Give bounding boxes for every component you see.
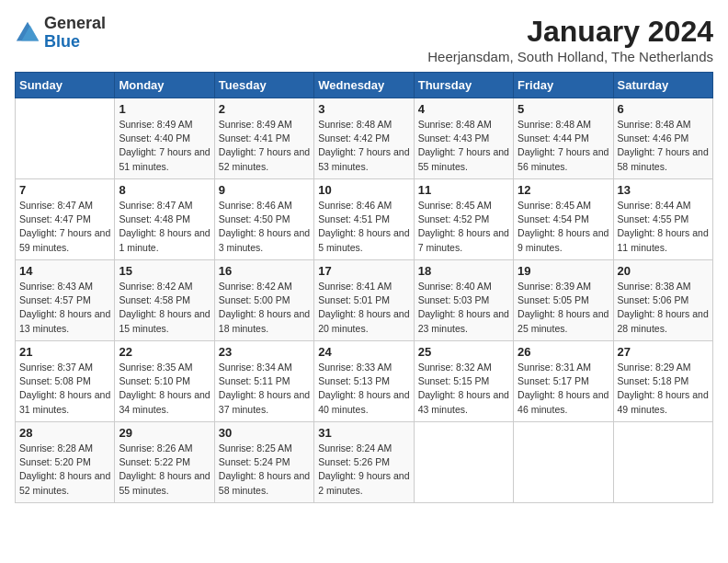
month-title: January 2024 (427, 15, 713, 49)
calendar-cell: 18Sunrise: 8:40 AM Sunset: 5:03 PM Dayli… (414, 260, 513, 341)
calendar-table: Sunday Monday Tuesday Wednesday Thursday… (15, 72, 713, 503)
day-number: 3 (318, 102, 409, 116)
day-number: 26 (518, 345, 609, 359)
day-info: Sunrise: 8:39 AM Sunset: 5:05 PM Dayligh… (518, 280, 609, 336)
calendar-cell: 9Sunrise: 8:46 AM Sunset: 4:50 PM Daylig… (214, 179, 313, 260)
day-info: Sunrise: 8:38 AM Sunset: 5:06 PM Dayligh… (618, 280, 709, 336)
day-number: 5 (518, 102, 609, 116)
calendar-cell: 7Sunrise: 8:47 AM Sunset: 4:47 PM Daylig… (16, 179, 115, 260)
day-number: 31 (318, 426, 409, 440)
day-info: Sunrise: 8:35 AM Sunset: 5:10 PM Dayligh… (119, 361, 210, 417)
calendar-cell: 12Sunrise: 8:45 AM Sunset: 4:54 PM Dayli… (514, 179, 613, 260)
day-info: Sunrise: 8:48 AM Sunset: 4:43 PM Dayligh… (418, 118, 509, 174)
day-number: 15 (119, 264, 210, 278)
day-number: 2 (219, 102, 310, 116)
day-info: Sunrise: 8:47 AM Sunset: 4:47 PM Dayligh… (19, 199, 110, 255)
day-info: Sunrise: 8:45 AM Sunset: 4:54 PM Dayligh… (518, 199, 609, 255)
day-number: 30 (219, 426, 310, 440)
calendar-cell: 30Sunrise: 8:25 AM Sunset: 5:24 PM Dayli… (214, 422, 313, 503)
day-number: 29 (119, 426, 210, 440)
calendar-cell: 21Sunrise: 8:37 AM Sunset: 5:08 PM Dayli… (16, 341, 115, 422)
day-info: Sunrise: 8:49 AM Sunset: 4:41 PM Dayligh… (219, 118, 310, 174)
calendar-cell: 26Sunrise: 8:31 AM Sunset: 5:17 PM Dayli… (514, 341, 613, 422)
day-number: 19 (518, 264, 609, 278)
day-number: 18 (418, 264, 509, 278)
calendar-cell: 27Sunrise: 8:29 AM Sunset: 5:18 PM Dayli… (613, 341, 712, 422)
day-number: 22 (119, 345, 210, 359)
calendar-cell: 29Sunrise: 8:26 AM Sunset: 5:22 PM Dayli… (115, 422, 214, 503)
day-info: Sunrise: 8:26 AM Sunset: 5:22 PM Dayligh… (119, 442, 210, 498)
header-sunday: Sunday (16, 73, 115, 98)
calendar-cell (514, 422, 613, 503)
calendar-week-row: 7Sunrise: 8:47 AM Sunset: 4:47 PM Daylig… (16, 179, 713, 260)
calendar-cell: 31Sunrise: 8:24 AM Sunset: 5:26 PM Dayli… (314, 422, 414, 503)
calendar-cell: 13Sunrise: 8:44 AM Sunset: 4:55 PM Dayli… (613, 179, 712, 260)
day-info: Sunrise: 8:49 AM Sunset: 4:40 PM Dayligh… (119, 118, 210, 174)
day-info: Sunrise: 8:24 AM Sunset: 5:26 PM Dayligh… (318, 442, 409, 498)
calendar-cell: 5Sunrise: 8:48 AM Sunset: 4:44 PM Daylig… (514, 98, 613, 179)
day-number: 6 (618, 102, 709, 116)
calendar-cell (613, 422, 712, 503)
calendar-week-row: 21Sunrise: 8:37 AM Sunset: 5:08 PM Dayli… (16, 341, 713, 422)
day-number: 8 (119, 183, 210, 197)
calendar-cell: 15Sunrise: 8:42 AM Sunset: 4:58 PM Dayli… (115, 260, 214, 341)
day-number: 11 (418, 183, 509, 197)
logo-blue-text: Blue (44, 32, 80, 51)
day-number: 10 (318, 183, 409, 197)
header-tuesday: Tuesday (214, 73, 313, 98)
calendar-week-row: 1Sunrise: 8:49 AM Sunset: 4:40 PM Daylig… (16, 98, 713, 179)
day-info: Sunrise: 8:43 AM Sunset: 4:57 PM Dayligh… (19, 280, 110, 336)
calendar-cell: 23Sunrise: 8:34 AM Sunset: 5:11 PM Dayli… (214, 341, 313, 422)
header-wednesday: Wednesday (314, 73, 414, 98)
logo: General Blue (15, 15, 106, 52)
day-number: 17 (318, 264, 409, 278)
day-number: 1 (119, 102, 210, 116)
day-number: 24 (318, 345, 409, 359)
day-number: 25 (418, 345, 509, 359)
weekday-header-row: Sunday Monday Tuesday Wednesday Thursday… (16, 73, 713, 98)
location-subtitle: Heerjansdam, South Holland, The Netherla… (427, 49, 713, 64)
day-info: Sunrise: 8:29 AM Sunset: 5:18 PM Dayligh… (618, 361, 709, 417)
calendar-cell: 25Sunrise: 8:32 AM Sunset: 5:15 PM Dayli… (414, 341, 513, 422)
day-number: 27 (618, 345, 709, 359)
day-number: 4 (418, 102, 509, 116)
day-info: Sunrise: 8:41 AM Sunset: 5:01 PM Dayligh… (318, 280, 409, 336)
day-number: 21 (19, 345, 110, 359)
calendar-cell: 2Sunrise: 8:49 AM Sunset: 4:41 PM Daylig… (214, 98, 313, 179)
calendar-cell: 4Sunrise: 8:48 AM Sunset: 4:43 PM Daylig… (414, 98, 513, 179)
day-number: 28 (19, 426, 110, 440)
day-info: Sunrise: 8:45 AM Sunset: 4:52 PM Dayligh… (418, 199, 509, 255)
logo-general-text: General (44, 14, 106, 32)
calendar-week-row: 28Sunrise: 8:28 AM Sunset: 5:20 PM Dayli… (16, 422, 713, 503)
day-number: 9 (219, 183, 310, 197)
day-info: Sunrise: 8:44 AM Sunset: 4:55 PM Dayligh… (618, 199, 709, 255)
day-info: Sunrise: 8:31 AM Sunset: 5:17 PM Dayligh… (518, 361, 609, 417)
title-block: January 2024 Heerjansdam, South Holland,… (427, 15, 713, 64)
day-info: Sunrise: 8:32 AM Sunset: 5:15 PM Dayligh… (418, 361, 509, 417)
calendar-cell (16, 98, 115, 179)
calendar-week-row: 14Sunrise: 8:43 AM Sunset: 4:57 PM Dayli… (16, 260, 713, 341)
calendar-cell (414, 422, 513, 503)
day-number: 14 (19, 264, 110, 278)
day-number: 12 (518, 183, 609, 197)
day-info: Sunrise: 8:48 AM Sunset: 4:44 PM Dayligh… (518, 118, 609, 174)
header-thursday: Thursday (414, 73, 513, 98)
calendar-cell: 20Sunrise: 8:38 AM Sunset: 5:06 PM Dayli… (613, 260, 712, 341)
day-info: Sunrise: 8:48 AM Sunset: 4:42 PM Dayligh… (318, 118, 409, 174)
calendar-cell: 24Sunrise: 8:33 AM Sunset: 5:13 PM Dayli… (314, 341, 414, 422)
day-info: Sunrise: 8:34 AM Sunset: 5:11 PM Dayligh… (219, 361, 310, 417)
calendar-cell: 3Sunrise: 8:48 AM Sunset: 4:42 PM Daylig… (314, 98, 414, 179)
day-info: Sunrise: 8:42 AM Sunset: 4:58 PM Dayligh… (119, 280, 210, 336)
calendar-cell: 6Sunrise: 8:48 AM Sunset: 4:46 PM Daylig… (613, 98, 712, 179)
day-info: Sunrise: 8:33 AM Sunset: 5:13 PM Dayligh… (318, 361, 409, 417)
calendar-cell: 28Sunrise: 8:28 AM Sunset: 5:20 PM Dayli… (16, 422, 115, 503)
day-info: Sunrise: 8:42 AM Sunset: 5:00 PM Dayligh… (219, 280, 310, 336)
calendar-cell: 11Sunrise: 8:45 AM Sunset: 4:52 PM Dayli… (414, 179, 513, 260)
day-number: 16 (219, 264, 310, 278)
calendar-cell: 10Sunrise: 8:46 AM Sunset: 4:51 PM Dayli… (314, 179, 414, 260)
header-saturday: Saturday (613, 73, 712, 98)
day-info: Sunrise: 8:37 AM Sunset: 5:08 PM Dayligh… (19, 361, 110, 417)
calendar-cell: 14Sunrise: 8:43 AM Sunset: 4:57 PM Dayli… (16, 260, 115, 341)
day-info: Sunrise: 8:46 AM Sunset: 4:51 PM Dayligh… (318, 199, 409, 255)
calendar-cell: 16Sunrise: 8:42 AM Sunset: 5:00 PM Dayli… (214, 260, 313, 341)
